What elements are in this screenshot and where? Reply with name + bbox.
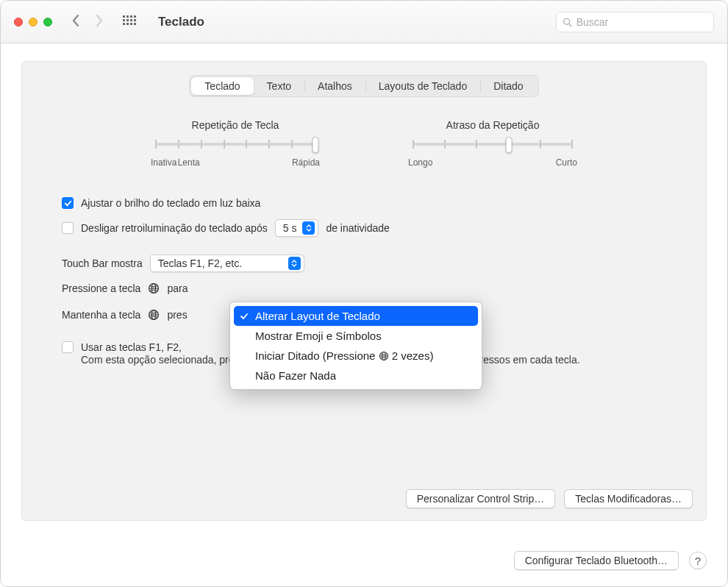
search-field[interactable] bbox=[556, 12, 714, 32]
turn-off-backlight-popup[interactable]: 5 s bbox=[275, 219, 319, 237]
search-input[interactable] bbox=[577, 16, 707, 28]
minimize-button[interactable] bbox=[29, 18, 38, 26]
menu-item-do-nothing[interactable]: Não Fazer Nada bbox=[230, 366, 482, 385]
panel-bottom-buttons: Personalizar Control Strip… Teclas Modif… bbox=[406, 489, 693, 508]
check-icon bbox=[239, 312, 249, 321]
touchbar-row: Touch Bar mostra Teclas F1, F2, etc. bbox=[62, 255, 666, 272]
delay-slider-block: Atraso da Repetição Longo Curto bbox=[408, 119, 577, 168]
modifier-keys-button[interactable]: Teclas Modificadoras… bbox=[564, 489, 693, 508]
window-controls bbox=[14, 18, 52, 26]
globe-icon bbox=[379, 351, 389, 361]
delay-slider[interactable] bbox=[413, 143, 573, 146]
bluetooth-keyboard-button[interactable]: Configurar Teclado Bluetooth… bbox=[514, 551, 679, 570]
globe-action-menu[interactable]: Alterar Layout de Teclado Mostrar Emoji … bbox=[229, 302, 482, 390]
touchbar-popup[interactable]: Teclas F1, F2, etc. bbox=[150, 255, 304, 272]
popup-arrows-icon bbox=[302, 221, 315, 235]
menu-item-label: Iniciar Ditado (Pressione 2 vezes) bbox=[255, 349, 433, 362]
touchbar-value: Teclas F1, F2, etc. bbox=[158, 257, 242, 269]
menu-item-dictation[interactable]: Iniciar Ditado (Pressione 2 vezes) bbox=[230, 346, 482, 366]
titlebar: Teclado bbox=[1, 1, 727, 43]
globe-icon bbox=[148, 309, 160, 321]
turn-off-backlight-row: Desligar retroiluminação do teclado após… bbox=[62, 219, 666, 237]
menu-item-label: Mostrar Emoji e Símbolos bbox=[255, 330, 382, 342]
show-all-icon[interactable] bbox=[123, 15, 136, 29]
key-repeat-label-fast: Rápida bbox=[292, 157, 320, 168]
search-icon bbox=[563, 17, 572, 27]
content-area: Teclado Texto Atalhos Layouts de Teclado… bbox=[1, 43, 727, 586]
key-repeat-title: Repetição de Tecla bbox=[151, 119, 320, 131]
main-panel: Teclado Texto Atalhos Layouts de Teclado… bbox=[21, 61, 707, 521]
delay-label-long: Longo bbox=[408, 157, 432, 168]
key-repeat-slider[interactable] bbox=[155, 143, 315, 146]
menu-item-label: Não Fazer Nada bbox=[255, 369, 336, 382]
popup-arrows-icon bbox=[288, 257, 301, 270]
press-globe-prefix: Pressione a tecla bbox=[62, 282, 140, 294]
customize-control-strip-button[interactable]: Personalizar Control Strip… bbox=[406, 489, 556, 508]
preferences-window: Teclado Teclado Texto Atalhos Layouts de… bbox=[0, 0, 728, 587]
key-repeat-label-slow: Lenta bbox=[178, 157, 200, 168]
delay-label-short: Curto bbox=[556, 157, 577, 168]
forward-button[interactable] bbox=[95, 14, 104, 29]
turn-off-backlight-label: Desligar retroiluminação do teclado após bbox=[81, 222, 268, 234]
press-globe-row: Pressione a tecla para bbox=[62, 282, 666, 294]
tab-ditado[interactable]: Ditado bbox=[480, 77, 536, 95]
hold-globe-prefix: Mantenha a tecla bbox=[62, 309, 140, 321]
fn-keys-checkbox[interactable] bbox=[62, 341, 74, 353]
tab-teclado[interactable]: Teclado bbox=[191, 77, 253, 95]
sliders-section: Repetição de Tecla Inativa Lenta Rápida bbox=[22, 119, 706, 168]
hold-globe-suffix: pres bbox=[167, 309, 187, 321]
adjust-backlight-label: Ajustar o brilho do teclado em luz baixa bbox=[81, 197, 260, 209]
tab-bar: Teclado Texto Atalhos Layouts de Teclado… bbox=[22, 75, 706, 97]
tab-atalhos[interactable]: Atalhos bbox=[304, 77, 365, 95]
touchbar-label: Touch Bar mostra bbox=[62, 257, 143, 269]
window-title: Teclado bbox=[158, 15, 204, 29]
adjust-backlight-checkbox[interactable] bbox=[62, 197, 74, 209]
tab-layouts[interactable]: Layouts de Teclado bbox=[365, 77, 480, 95]
menu-item-change-layout[interactable]: Alterar Layout de Teclado bbox=[234, 306, 478, 326]
back-button[interactable] bbox=[71, 14, 80, 29]
delay-title: Atraso da Repetição bbox=[408, 119, 577, 131]
zoom-button[interactable] bbox=[43, 18, 52, 26]
close-button[interactable] bbox=[14, 18, 23, 26]
key-repeat-thumb[interactable] bbox=[313, 137, 319, 153]
footer-row: Configurar Teclado Bluetooth… ? bbox=[514, 551, 707, 570]
press-globe-suffix: para bbox=[167, 282, 188, 294]
help-button[interactable]: ? bbox=[689, 552, 707, 569]
turn-off-backlight-checkbox[interactable] bbox=[62, 222, 74, 234]
svg-line-1 bbox=[569, 24, 571, 26]
turn-off-backlight-suffix: de inatividade bbox=[326, 222, 389, 234]
delay-thumb[interactable] bbox=[505, 137, 512, 153]
menu-item-label: Alterar Layout de Teclado bbox=[255, 310, 380, 322]
key-repeat-slider-block: Repetição de Tecla Inativa Lenta Rápida bbox=[151, 119, 320, 168]
adjust-backlight-row: Ajustar o brilho do teclado em luz baixa bbox=[62, 197, 666, 209]
globe-icon bbox=[148, 282, 160, 294]
key-repeat-label-off: Inativa bbox=[151, 157, 176, 168]
menu-item-emoji[interactable]: Mostrar Emoji e Símbolos bbox=[230, 326, 482, 346]
tab-texto[interactable]: Texto bbox=[254, 77, 304, 95]
nav-arrows bbox=[71, 14, 104, 29]
turn-off-backlight-value: 5 s bbox=[283, 222, 297, 234]
